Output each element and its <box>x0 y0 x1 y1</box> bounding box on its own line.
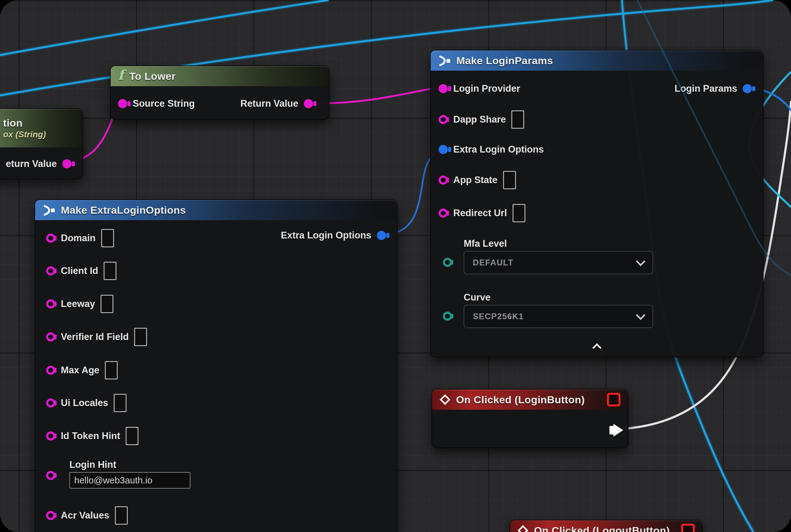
pin-row-extra-login-options: Extra Login Options <box>439 141 544 158</box>
dapp-share-default-checkbox[interactable] <box>512 110 524 129</box>
login-provider-pin[interactable] <box>439 84 448 93</box>
node-header: Make ExtraLoginOptions <box>35 200 397 220</box>
pin-label: Client Id <box>61 265 98 277</box>
make-struct-icon <box>42 205 55 215</box>
blueprint-canvas[interactable]: tion ox (String) eturn Value f To Lower … <box>0 0 791 532</box>
dapp-share-pin[interactable] <box>439 115 448 124</box>
id-token-hint-default-checkbox[interactable] <box>126 427 138 445</box>
ui-locales-pin[interactable] <box>46 398 55 407</box>
pin-label: Return Value <box>240 98 298 109</box>
login-hint-input[interactable] <box>70 472 190 489</box>
node-title: Make ExtraLoginOptions <box>61 204 186 216</box>
pin-label: Source String <box>133 98 195 109</box>
mfa-level-dropdown[interactable]: DEFAULT <box>464 251 653 274</box>
pin-row-dapp-share: Dapp Share <box>439 111 524 128</box>
node-subtitle: ox (String) <box>3 130 46 139</box>
pin-label: Id Token Hint <box>61 431 120 441</box>
redirect-url-pin[interactable] <box>439 209 448 218</box>
node-title: On Clicked (LogoutButton) <box>534 525 670 532</box>
pin-label: Login Provider <box>453 83 520 94</box>
leeway-default-checkbox[interactable] <box>100 295 113 313</box>
login-hint-label: Login Hint <box>70 459 116 470</box>
mfa-level-value: DEFAULT <box>473 258 514 268</box>
domain-pin[interactable] <box>46 233 55 243</box>
pin-row-id-token-hint: Id Token Hint <box>46 428 138 444</box>
acr-values-default-checkbox[interactable] <box>115 506 128 525</box>
app-state-pin[interactable] <box>439 175 448 185</box>
curve-dropdown[interactable]: SECP256K1 <box>464 305 653 328</box>
pin-row-app-state: App State <box>439 172 516 189</box>
login-params-output-pin[interactable] <box>743 84 752 93</box>
return-value-pin[interactable] <box>304 99 313 108</box>
node-make-login-params[interactable]: Make LoginParams Login Params Login Prov… <box>430 50 764 357</box>
node-title: To Lower <box>129 70 176 82</box>
pin-label: Dapp Share <box>453 114 506 125</box>
pin-row-leeway: Leeway <box>46 296 113 312</box>
pin-row-max-age: Max Age <box>46 362 118 379</box>
node-header: tion ox (String) <box>0 109 82 147</box>
node-on-clicked-login-button[interactable]: On Clicked (LoginButton) <box>431 389 629 448</box>
pin-row-login-provider: Login Provider <box>439 80 520 97</box>
ui-locales-default-checkbox[interactable] <box>114 394 127 412</box>
curve-value: SECP256K1 <box>473 312 524 321</box>
extra-login-options-output-row: Extra Login Options <box>281 227 386 244</box>
pin-row-verifier-id-field: Verifier Id Field <box>46 328 147 345</box>
return-value-output-row: eturn Value <box>6 155 72 172</box>
curve-label: Curve <box>464 292 490 303</box>
event-icon <box>440 394 450 405</box>
extra-login-options-output-pin[interactable] <box>377 231 386 240</box>
delegate-pin[interactable] <box>607 393 620 406</box>
mfa-level-label: Mfa Level <box>464 238 507 249</box>
node-make-extra-login-options[interactable]: Make ExtraLoginOptions Extra Login Optio… <box>35 200 398 532</box>
extra-login-options-input-pin[interactable] <box>439 145 448 154</box>
curve-pin[interactable] <box>443 311 452 321</box>
pin-label: Extra Login Options <box>453 144 544 155</box>
client-id-default-checkbox[interactable] <box>103 262 116 280</box>
pin-label: Verifier Id Field <box>61 331 129 342</box>
pin-label: Leeway <box>61 299 95 309</box>
id-token-hint-pin[interactable] <box>46 432 55 441</box>
client-id-pin[interactable] <box>46 266 55 276</box>
return-value-output-row: Return Value <box>240 95 313 112</box>
pin-label: Ui Locales <box>61 397 108 408</box>
max-age-default-checkbox[interactable] <box>105 361 118 379</box>
verifier-id-field-pin[interactable] <box>46 332 55 342</box>
pin-label: Redirect Url <box>453 208 507 218</box>
node-header: Make LoginParams <box>431 51 763 71</box>
make-struct-icon <box>438 56 451 66</box>
login-params-output-row: Login Params <box>675 80 752 97</box>
node-header: On Clicked (LoginButton) <box>432 390 628 410</box>
acr-values-pin[interactable] <box>46 511 55 520</box>
app-state-default-checkbox[interactable] <box>503 171 516 189</box>
source-string-pin[interactable] <box>118 99 127 108</box>
domain-default-checkbox[interactable] <box>101 229 114 247</box>
login-hint-pin[interactable] <box>46 471 55 480</box>
node-text-getter[interactable]: tion ox (String) eturn Value <box>0 108 83 179</box>
node-title: On Clicked (LoginButton) <box>456 394 585 406</box>
pin-row-client-id: Client Id <box>46 262 116 280</box>
pin-label: eturn Value <box>6 158 57 169</box>
redirect-url-default-checkbox[interactable] <box>513 204 525 222</box>
collapse-chevron-icon[interactable] <box>592 343 601 353</box>
pin-row-acr-values: Acr Values <box>46 507 128 524</box>
pin-label: Max Age <box>61 365 99 376</box>
function-icon: f <box>118 69 124 82</box>
node-title: Make LoginParams <box>456 55 553 66</box>
return-value-pin[interactable] <box>62 159 72 169</box>
node-title: tion <box>3 117 23 129</box>
node-header: On Clicked (LogoutButton) <box>510 520 702 532</box>
verifier-id-field-default-checkbox[interactable] <box>134 328 147 346</box>
event-icon <box>518 525 528 532</box>
leeway-pin[interactable] <box>46 299 55 308</box>
pin-label: Login Params <box>675 83 737 94</box>
pin-label: Extra Login Options <box>281 230 371 241</box>
node-to-lower[interactable]: f To Lower Source String Return Value <box>110 65 329 120</box>
dropdown-chevron-icon <box>636 256 645 266</box>
pin-label: App State <box>453 175 498 186</box>
node-on-clicked-logout-button[interactable]: On Clicked (LogoutButton) <box>509 520 703 532</box>
pin-row-ui-locales: Ui Locales <box>46 394 127 412</box>
mfa-level-pin[interactable] <box>443 258 452 267</box>
delegate-pin[interactable] <box>681 524 695 532</box>
exec-output-pin[interactable] <box>610 424 624 437</box>
max-age-pin[interactable] <box>46 366 55 375</box>
